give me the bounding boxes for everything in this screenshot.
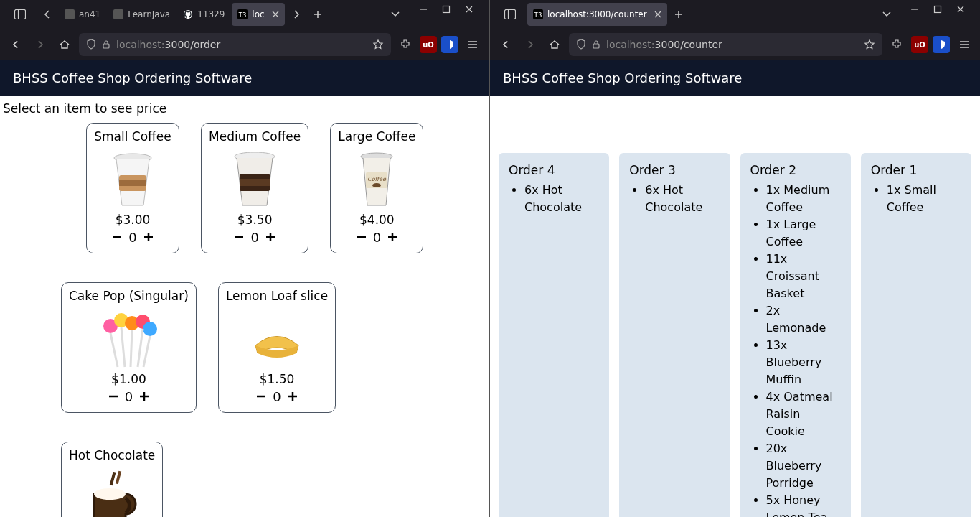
bitwarden-icon[interactable] xyxy=(441,36,458,53)
new-tab-button[interactable] xyxy=(308,4,328,24)
product-card[interactable]: Small Coffee $3.00 0 xyxy=(86,123,179,253)
sidebar-toggle-icon[interactable] xyxy=(10,4,30,24)
svg-rect-21 xyxy=(240,179,270,186)
toolbar: localhost:3000/counter uO xyxy=(490,29,980,60)
window-close-icon[interactable] xyxy=(464,4,474,14)
svg-rect-3 xyxy=(113,9,123,19)
ublock-icon[interactable]: uO xyxy=(420,36,437,53)
sidebar-toggle-icon[interactable] xyxy=(500,4,520,24)
quantity-stepper: 0 xyxy=(230,228,278,246)
product-price: $1.00 xyxy=(111,372,146,386)
new-tab-button[interactable] xyxy=(669,4,689,24)
bitwarden-icon[interactable] xyxy=(933,36,950,53)
decrement-button[interactable] xyxy=(105,388,122,405)
ublock-icon[interactable]: uO xyxy=(911,36,928,53)
tab-scroll-left-icon[interactable] xyxy=(37,4,57,24)
bookmark-star-icon[interactable] xyxy=(372,39,384,50)
decrement-button[interactable] xyxy=(353,228,370,246)
decrement-button[interactable] xyxy=(230,228,248,246)
decrement-button[interactable] xyxy=(253,388,270,405)
order-items-list: 1x Small Coffee xyxy=(871,182,961,216)
tab-scroll-right-icon[interactable] xyxy=(286,4,306,24)
product-card[interactable]: Cake Pop (Singular) $1.00 0 xyxy=(61,282,197,413)
increment-button[interactable] xyxy=(140,228,157,246)
product-card[interactable]: Hot Chocolate $3.00 0 xyxy=(61,442,163,517)
svg-line-41 xyxy=(143,336,150,367)
bookmark-star-icon[interactable] xyxy=(864,39,875,50)
nav-forward-button[interactable] xyxy=(30,34,50,55)
quantity-value: 0 xyxy=(373,230,381,245)
app-menu-icon[interactable] xyxy=(463,34,483,55)
order-line-item: 4x Oatmeal Raisin Cookie xyxy=(766,388,841,440)
window-minimize-icon[interactable] xyxy=(418,4,428,14)
order-line-item: 2x Lemonade xyxy=(766,302,841,337)
product-card[interactable]: Lemon Loaf slice $1.50 0 xyxy=(218,282,336,413)
svg-text:T3: T3 xyxy=(239,11,247,19)
counter-page: Order 4 6x Hot Chocolate Order 3 6x Hot … xyxy=(490,96,980,517)
product-name: Small Coffee xyxy=(94,129,171,144)
nav-back-button[interactable] xyxy=(6,34,26,55)
product-image xyxy=(245,306,309,371)
tab-label: LearnJava xyxy=(128,9,170,19)
nav-forward-button[interactable] xyxy=(520,34,540,55)
svg-point-28 xyxy=(372,183,381,187)
browser-chrome-right: T3 localhost:3000/counter localhos xyxy=(490,0,980,60)
tab-close-icon[interactable] xyxy=(272,11,279,18)
increment-button[interactable] xyxy=(262,228,279,246)
tabs-dropdown-icon[interactable] xyxy=(385,4,405,24)
address-bar[interactable]: localhost:3000/order xyxy=(79,33,391,56)
quantity-stepper: 0 xyxy=(108,228,156,246)
app-menu-icon[interactable] xyxy=(954,34,974,55)
order-line-item: 6x Hot Chocolate xyxy=(524,182,599,216)
product-card[interactable]: Large Coffee Coffee$4.00 0 xyxy=(330,123,423,253)
window-close-icon[interactable] xyxy=(956,4,966,14)
order-title: Order 4 xyxy=(509,163,599,177)
quantity-value: 0 xyxy=(273,389,281,404)
app-header: BHSS Coffee Shop Ordering Software xyxy=(490,60,980,96)
browser-tab[interactable]: LearnJava xyxy=(108,3,176,26)
order-line-item: 1x Small Coffee xyxy=(887,182,961,216)
svg-rect-9 xyxy=(103,44,109,48)
quantity-stepper: 0 xyxy=(353,228,401,246)
decrement-button[interactable] xyxy=(108,228,126,246)
order-items-list: 6x Hot Chocolate xyxy=(509,182,599,216)
address-bar[interactable]: localhost:3000/counter xyxy=(569,33,882,56)
product-image xyxy=(96,306,161,371)
shield-icon xyxy=(576,39,586,50)
nav-home-button[interactable] xyxy=(55,34,75,55)
svg-text:Coffee: Coffee xyxy=(367,176,387,182)
quantity-value: 0 xyxy=(128,230,136,245)
tabs-dropdown-icon[interactable] xyxy=(877,4,897,24)
window-maximize-icon[interactable] xyxy=(933,4,943,14)
toolbar: localhost:3000/order uO xyxy=(0,29,489,60)
app-header: BHSS Coffee Shop Ordering Software xyxy=(0,60,489,96)
window-minimize-icon[interactable] xyxy=(910,4,920,14)
increment-button[interactable] xyxy=(284,388,301,405)
tab-label: localhost:3000/counter xyxy=(547,9,647,19)
nav-back-button[interactable] xyxy=(496,34,516,55)
increment-button[interactable] xyxy=(384,228,401,246)
product-image xyxy=(100,146,165,211)
app-title: BHSS Coffee Shop Ordering Software xyxy=(13,70,252,85)
browser-tab[interactable]: an41 xyxy=(59,3,106,26)
tab-close-icon[interactable] xyxy=(654,11,661,18)
tab-label: loc xyxy=(252,9,264,19)
order-line-item: 13x Blueberry Muffin xyxy=(766,337,841,388)
extensions-icon[interactable] xyxy=(887,34,907,55)
product-image xyxy=(222,146,287,211)
browser-tab[interactable]: T3 localhost:3000/counter xyxy=(527,3,667,26)
nav-home-button[interactable] xyxy=(545,34,565,55)
extensions-icon[interactable] xyxy=(395,34,415,55)
tab-favicon-icon xyxy=(65,9,75,19)
browser-tab[interactable]: 11329 xyxy=(177,3,230,26)
window-maximize-icon[interactable] xyxy=(441,4,451,14)
prompt-text: Select an item to see price xyxy=(0,96,489,123)
increment-button[interactable] xyxy=(136,388,153,405)
order-items-list: 1x Medium Coffee1x Large Coffee11x Crois… xyxy=(750,182,841,517)
product-card[interactable]: Medium Coffee $3.50 0 xyxy=(201,123,308,253)
tab-label: 11329 xyxy=(197,9,225,19)
quantity-stepper: 0 xyxy=(253,388,301,405)
svg-rect-63 xyxy=(505,10,516,19)
browser-tab[interactable]: T3 loc xyxy=(232,3,284,26)
product-price: $3.00 xyxy=(116,213,151,227)
